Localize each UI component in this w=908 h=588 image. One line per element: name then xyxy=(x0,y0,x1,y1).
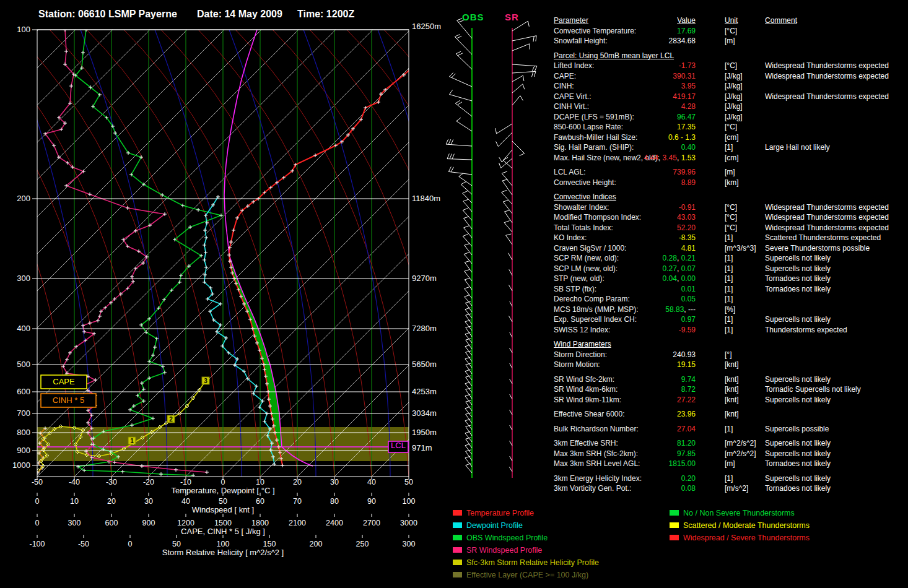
altitude-label: 16250m xyxy=(412,22,441,31)
parameter-unit: [J/kg] xyxy=(725,72,743,80)
parameter-unit: [m] xyxy=(725,168,735,176)
parameter-value: 4.44, 3.45, 1.53 xyxy=(554,153,696,162)
pressure-axis-label: 500 xyxy=(17,360,30,369)
parameter-value: 0.6 - 1.3 xyxy=(554,133,696,142)
parameter-unit: [°C] xyxy=(725,27,737,35)
cinh-annotation-label: CINH * 5 xyxy=(53,396,84,405)
pressure-axis-label: 100 xyxy=(17,25,30,34)
profile-legend-item: Sfc-3km Storm Relative Helicity Profile xyxy=(453,558,599,567)
parameter-value: 97.85 xyxy=(554,449,696,458)
parameter-unit: [1] xyxy=(725,315,733,324)
axis-tick-label: 300 xyxy=(403,540,416,548)
pressure-axis-label: 1000 xyxy=(12,460,30,470)
axis-tick-label: 30 xyxy=(330,478,339,486)
parameter-comment: Supercells not likely xyxy=(765,375,831,384)
parameter-unit: [1] xyxy=(725,295,733,303)
altitude-label: 9270m xyxy=(412,274,437,283)
axis-tick-label: 10 xyxy=(256,478,264,486)
parameter-value: -1.73 xyxy=(554,61,696,70)
altitude-label: 3034m xyxy=(412,409,437,418)
axis-tick-label: 60 xyxy=(256,497,264,506)
table-row: Derecho Comp Param:0.05[1] xyxy=(554,295,908,305)
legend-text: Dewpoint Profile xyxy=(466,521,523,530)
axis-title: Storm Relative Helicity [ m^2/s^2 ] xyxy=(162,548,284,557)
axis-tick-label: -50 xyxy=(32,478,43,486)
table-row: Showalter Index:-0.91[°C]Widespread Thun… xyxy=(554,203,908,214)
table-row: SCP RM (new, old):0.28, 0.21[1]Supercell… xyxy=(554,254,908,264)
axis-tick-label: 90 xyxy=(367,497,376,506)
legend-swatch xyxy=(670,510,679,516)
axis-tick-label: 50 xyxy=(404,478,413,486)
axis-tick-label: 20 xyxy=(107,497,116,506)
svg-text:2: 2 xyxy=(169,416,173,423)
table-section-title: Convective Indices xyxy=(554,192,908,203)
parameter-unit: [knt] xyxy=(725,360,739,369)
axis-tick-label: 2700 xyxy=(363,519,380,527)
legend-swatch xyxy=(453,572,462,577)
parameter-value: 419.17 xyxy=(554,92,696,101)
parameter-unit: [J/kg] xyxy=(725,113,743,121)
axis-tick-label: 0 xyxy=(35,519,40,527)
table-row: LCL AGL:739.96[m] xyxy=(554,168,908,178)
parameter-value: 9.74 xyxy=(554,375,696,384)
table-row: KO Index:-8.35[1]Scattered Thunderstorms… xyxy=(554,233,908,244)
parameter-unit: [1] xyxy=(725,233,733,242)
parameter-value: 8.72 xyxy=(554,385,696,394)
table-row: 3km Effective SRH:81.20[m^2/s^2]Supercel… xyxy=(554,439,908,449)
sounding-application-window: { "header": { "station": "Station: 06610… xyxy=(0,0,908,588)
table-section-title: Wind Parameters xyxy=(554,340,908,350)
parameter-comment: Widespread Thunderstorms expected xyxy=(765,223,889,232)
parameter-value: 17.35 xyxy=(554,123,696,131)
parameter-comment: Large Hail not likely xyxy=(765,143,830,152)
parameter-comment: Widespread Thunderstorms expected xyxy=(765,61,889,70)
parameter-value: -8.35 xyxy=(554,233,696,242)
pressure-axis-label: 600 xyxy=(17,387,30,396)
parameter-unit: [J/kg] xyxy=(725,92,743,101)
parameter-value: 4.81 xyxy=(554,244,696,253)
parameter-unit: [1] xyxy=(725,474,733,483)
parameter-value: 43.03 xyxy=(554,213,696,222)
parameter-unit: [knt] xyxy=(725,375,739,384)
axis-tick-label: 100 xyxy=(217,540,230,548)
table-header-unit: Unit xyxy=(725,16,738,25)
table-row: SCP LM (new, old):0.27, 0.07[1]Supercell… xyxy=(554,264,908,275)
parameter-comment: Supercells not likely xyxy=(765,449,831,458)
parameter-value: 4.28 xyxy=(554,102,696,111)
parameter-value: 58.83, --- xyxy=(554,305,696,314)
table-row: Exp. Supercell Index CH:0.97[1]Supercell… xyxy=(554,315,908,326)
legend-swatch xyxy=(453,547,462,553)
legend-swatch xyxy=(453,560,462,565)
dewpoint-profile xyxy=(204,197,274,464)
table-row: Fawbush-Miller Hail Size:0.6 - 1.3[cm] xyxy=(554,133,908,144)
table-row: DCAPE (LFS = 591mB):96.47[J/kg] xyxy=(554,113,908,123)
table-row: 3km Vorticity Gen. Pot.:0.08[m/s^2]Torna… xyxy=(554,484,908,495)
sr-wind-column-label: SR xyxy=(505,12,519,22)
axis-title: Windspeed [ knt ] xyxy=(192,505,254,514)
axis-tick-label: 30 xyxy=(144,497,153,506)
axis-tick-label: -30 xyxy=(106,478,117,486)
station-title: Station: 06610 LSMP Payerne xyxy=(38,9,177,20)
table-row: STP (new, old):0.04, 0.00[1]Tornadoes no… xyxy=(554,274,908,285)
table-row: Max 3km SRH (Sfc-2km):97.85[m^2/s^2]Supe… xyxy=(554,449,908,460)
parameter-unit: [knt] xyxy=(725,385,739,394)
pressure-axis-label: 300 xyxy=(17,274,30,283)
parameter-comment: Scattered Thunderstorms expected xyxy=(765,233,881,242)
table-row: Convective Temperature:17.69[°C] xyxy=(554,27,908,37)
legend-text: SR Windspeed Profile xyxy=(466,546,542,555)
parameter-value: 81.20 xyxy=(554,439,696,447)
axis-tick-label: 40 xyxy=(367,478,376,486)
table-row: CAPE:390.31[J/kg]Widespread Thunderstorm… xyxy=(554,72,908,82)
cape-annotation-label: CAPE xyxy=(53,377,75,386)
parameter-unit: [m^2/s^2] xyxy=(725,439,756,447)
axis-tick-label: -10 xyxy=(180,478,191,486)
table-row: Effective Shear 6000:23.96[knt] xyxy=(554,410,908,420)
parameter-unit: [m] xyxy=(725,37,735,45)
svg-text:3: 3 xyxy=(204,378,207,384)
parameter-comment: Tornadoes not likely xyxy=(765,459,831,468)
parameter-comment: Tornadoes not likely xyxy=(765,285,831,293)
axis-tick-label: -20 xyxy=(143,478,154,486)
date-label: Date: 14 May 2009 xyxy=(197,9,282,20)
svg-text:1: 1 xyxy=(130,438,134,444)
parameter-unit: [°C] xyxy=(725,223,737,232)
parameter-value: 0.97 xyxy=(554,315,696,324)
